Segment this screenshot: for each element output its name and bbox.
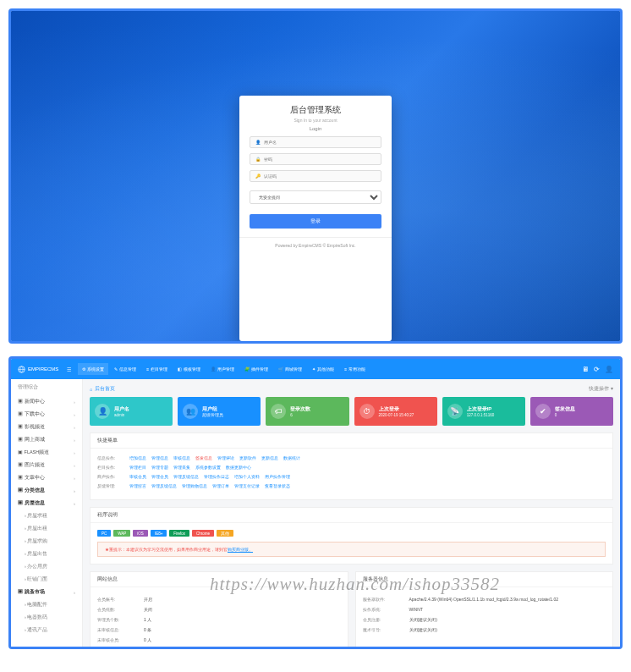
sidebar-item-13[interactable]: › 办公用房 bbox=[11, 560, 82, 573]
login-button[interactable]: 登录 bbox=[250, 214, 381, 229]
chevron-right-icon: › bbox=[74, 476, 75, 481]
topnav-1[interactable]: ✎信息管理 bbox=[110, 363, 140, 375]
qm-link[interactable]: 管理订单 bbox=[212, 483, 229, 488]
topnav-2[interactable]: ≡栏目管理 bbox=[142, 363, 172, 375]
username-input[interactable] bbox=[264, 140, 376, 145]
stat-card-5: ✔签发信息0 bbox=[530, 397, 613, 426]
buy-link[interactable]: 购买商业版。 bbox=[228, 548, 253, 552]
qm-link[interactable]: 增加信息 bbox=[129, 455, 146, 460]
refresh-icon[interactable]: ⟳ bbox=[594, 366, 600, 373]
topnav-8[interactable]: ≡常用功能 bbox=[340, 363, 370, 375]
sidebar-item-9[interactable]: › 房屋求租 bbox=[11, 510, 82, 522]
qm-link[interactable]: 审核会员 bbox=[129, 474, 146, 479]
tag-Chrome: Chrome bbox=[192, 530, 214, 537]
qm-link[interactable]: 管理栏目 bbox=[129, 465, 146, 470]
chevron-right-icon: › bbox=[74, 399, 75, 405]
sidebar-item-18[interactable]: › 通讯产品 bbox=[11, 624, 82, 636]
chevron-right-icon: › bbox=[74, 438, 75, 443]
sidebar-item-5[interactable]: ▣ 图片频道› bbox=[11, 459, 82, 471]
captcha-input[interactable] bbox=[264, 174, 376, 179]
password-input[interactable] bbox=[264, 157, 376, 162]
monitor-icon[interactable]: 🖥 bbox=[582, 366, 589, 373]
topnav-7[interactable]: ✦其他功能 bbox=[308, 363, 338, 375]
stat-card-4: 📡上次登录IP127.0.0.1:51160 bbox=[442, 397, 525, 426]
sidebar-item-4[interactable]: ▣ FLASH频道› bbox=[11, 446, 82, 459]
qm-link[interactable]: 更新软件 bbox=[239, 455, 256, 460]
sidebar-item-6[interactable]: ▣ 文章中心› bbox=[11, 471, 82, 484]
admin-screenshot: EMPIRECMS ☰ ⚙系统设置✎信息管理≡栏目管理◧模板管理👤用户管理🧩插件… bbox=[8, 356, 623, 649]
sidebar-item-8[interactable]: ▣ 房屋信息› bbox=[11, 497, 82, 510]
sidebar-title: 管理综合 bbox=[11, 379, 82, 395]
quick-action-dropdown[interactable]: 快捷操作 ▾ bbox=[589, 386, 613, 392]
qm-link[interactable]: 管理购物信息 bbox=[182, 483, 207, 488]
user-icon: 👤 bbox=[255, 140, 261, 145]
quickmenu-panel: 快捷菜单 信息操作:增加信息管理信息审核信息签发信息管理评论更新软件更新信息数据… bbox=[90, 432, 613, 500]
sidebar-item-2[interactable]: ▣ 影视频道› bbox=[11, 421, 82, 433]
qm-link[interactable]: 更新信息 bbox=[261, 455, 278, 460]
qm-link[interactable]: 数据更新中心 bbox=[226, 465, 251, 470]
qm-row-1: 栏目操作:管理栏目管理专题管理采集系统参数设置数据更新中心 bbox=[97, 465, 606, 470]
topnav-0[interactable]: ⚙系统设置 bbox=[78, 363, 108, 375]
chevron-right-icon: › bbox=[74, 501, 75, 506]
qm-link[interactable]: 管理操作日志 bbox=[204, 474, 229, 479]
qm-link[interactable]: 管理评论 bbox=[217, 455, 234, 460]
card-icon: 📡 bbox=[447, 404, 463, 419]
warning-note: ★重提示：本建议仅为学习交流使用，如果用作商业用途，请到官购买商业版。 bbox=[97, 542, 606, 557]
user-menu-icon[interactable]: 👤 bbox=[605, 366, 613, 373]
info-row: 会员账号:开启 bbox=[97, 594, 341, 604]
qm-link[interactable]: 管理会员 bbox=[151, 474, 168, 479]
qm-link[interactable]: 审核信息 bbox=[173, 455, 190, 460]
qm-row-2: 商户操作:审核会员管理会员管理反馈信息管理操作日志增加个人资料用户操作管理 bbox=[97, 474, 606, 479]
login-subtitle: Sign In to your account bbox=[239, 118, 392, 123]
security-question-select[interactable]: 无安全提问 bbox=[250, 190, 381, 204]
info-row: 操作系统:WINNT bbox=[363, 604, 606, 614]
qm-link[interactable]: 管理支付记录 bbox=[234, 483, 260, 488]
qm-link[interactable]: 增加个人资料 bbox=[234, 474, 260, 479]
sidebar-item-17[interactable]: › 电器数码 bbox=[11, 611, 82, 624]
info-row: 会员注册:关闭(建议关闭) bbox=[363, 614, 606, 625]
panel-title: 服务器信息 bbox=[356, 572, 613, 587]
info-row: 会员统数:关闭 bbox=[97, 604, 341, 614]
stat-card-0: 👤用户名admin bbox=[90, 397, 173, 426]
panel-title: 程序说明 bbox=[91, 508, 612, 523]
chevron-right-icon: › bbox=[74, 412, 75, 417]
info-row: 服务器软件:Apache/2.4.39 (Win64) OpenSSL/1.1.… bbox=[363, 594, 606, 604]
topnav-4[interactable]: 👤用户管理 bbox=[206, 363, 239, 375]
qm-link[interactable]: 管理专题 bbox=[151, 465, 168, 470]
sidebar-item-11[interactable]: › 房屋求购 bbox=[11, 535, 82, 548]
desc-panel: 程序说明 PCWAPiOSIE8+FirefoxChrome其他 ★重提示：本建… bbox=[90, 507, 613, 565]
username-field-wrap: 👤 bbox=[250, 136, 381, 148]
breadcrumb[interactable]: ⌂ 后台首页 bbox=[90, 386, 115, 392]
qm-link[interactable]: 查看登录状态 bbox=[265, 483, 290, 488]
qm-link[interactable]: 数据统计 bbox=[283, 455, 300, 460]
site-info-panel: 网站信息 会员账号:开启会员统数:关闭管理员个数:1 人未审核信息:0 条未审核… bbox=[90, 571, 348, 647]
sidebar-item-7[interactable]: ▣ 分类信息› bbox=[11, 484, 82, 497]
qm-link[interactable]: 管理采集 bbox=[173, 465, 190, 470]
qm-row-0: 信息操作:增加信息管理信息审核信息签发信息管理评论更新软件更新信息数据统计 bbox=[97, 455, 606, 460]
brand[interactable]: EMPIRECMS bbox=[18, 366, 58, 373]
sidebar-item-14[interactable]: › 旺铺门面 bbox=[11, 573, 82, 586]
card-icon: ✔ bbox=[535, 404, 551, 419]
topnav-5[interactable]: 🧩插件管理 bbox=[240, 363, 272, 375]
menu-icon[interactable]: ☰ bbox=[67, 366, 71, 372]
topnav-3[interactable]: ◧模板管理 bbox=[173, 363, 205, 375]
sidebar-item-10[interactable]: › 房屋出租 bbox=[11, 522, 82, 535]
qm-link[interactable]: 管理反馈信息 bbox=[173, 474, 199, 479]
qm-link[interactable]: 管理反馈信息 bbox=[151, 483, 177, 488]
sidebar-item-0[interactable]: ▣ 新闻中心› bbox=[11, 395, 82, 408]
card-icon: 👥 bbox=[183, 404, 198, 419]
qm-row-3: 反馈管理:管理留言管理反馈信息管理购物信息管理订单管理支付记录查看登录状态 bbox=[97, 483, 606, 488]
topnav-6[interactable]: 🛒商城管理 bbox=[274, 363, 306, 375]
qm-link[interactable]: 用户操作管理 bbox=[265, 474, 290, 479]
sidebar-item-3[interactable]: ▣ 网上商城› bbox=[11, 433, 82, 446]
qm-link[interactable]: 系统参数设置 bbox=[195, 465, 221, 470]
qm-link[interactable]: 签发信息 bbox=[195, 455, 212, 460]
qm-link[interactable]: 管理信息 bbox=[151, 455, 168, 460]
qm-link[interactable]: 管理留言 bbox=[129, 483, 146, 488]
card-icon: 🏷 bbox=[271, 404, 286, 419]
sidebar-item-1[interactable]: ▣ 下载中心› bbox=[11, 408, 82, 421]
sidebar-item-15[interactable]: ▣ 跳蚤市场› bbox=[11, 586, 82, 598]
sidebar-item-12[interactable]: › 房屋出售 bbox=[11, 548, 82, 560]
sidebar-item-16[interactable]: › 电脑配件 bbox=[11, 598, 82, 611]
card-icon: 👤 bbox=[95, 404, 110, 419]
